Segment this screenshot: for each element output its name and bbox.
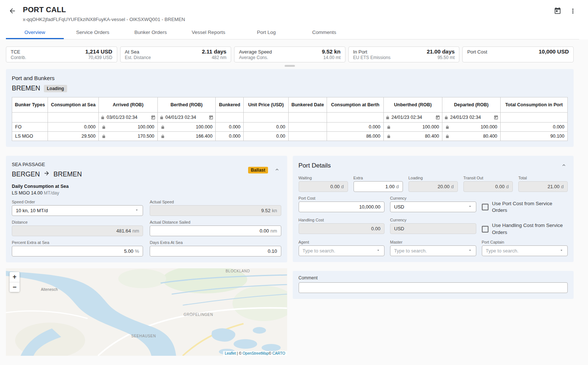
tab-bar: Overview Service Orders Bunker Orders Ve… <box>6 26 579 39</box>
master-combobox[interactable] <box>390 245 476 256</box>
use-handling-cost-checkbox[interactable] <box>482 226 488 233</box>
col-departed-rob: Departed (ROB) <box>442 97 501 113</box>
collapse-sea-passage-button[interactable] <box>273 166 281 174</box>
lock-icon[interactable] <box>445 134 449 138</box>
consumption-at-berth-value: 86.000 <box>327 132 383 141</box>
chevron-up-icon <box>274 167 280 173</box>
speed-order-select[interactable]: 10 kn, 10 MT/d <box>12 205 143 216</box>
lock-icon[interactable] <box>445 125 449 129</box>
right-column: Port Details Waiting 0.00 d <box>293 156 574 299</box>
days-extra-at-sea-input[interactable]: 0.10 <box>150 246 281 256</box>
map-label-blockland: BLOCKLAND <box>226 269 250 273</box>
distance-input: 481.64 nm <box>12 225 143 236</box>
agent-combobox[interactable] <box>299 245 385 256</box>
lock-icon[interactable] <box>102 125 106 129</box>
comment-input[interactable] <box>299 282 568 293</box>
carto-link[interactable]: CARTO <box>272 351 285 355</box>
page-subtitle: x-qqOHK2jfadFLFqUYUFEkziNX8FuyKA-vessel … <box>23 17 185 22</box>
col-arrived-rob: Arrived (ROB) <box>99 97 157 113</box>
col-consumption-at-berth: Consumption at Berth <box>327 97 383 113</box>
calendar-button[interactable] <box>551 5 564 18</box>
arrived-rob-value: 100.000 <box>138 124 154 130</box>
tab-bunker-orders[interactable]: Bunker Orders <box>122 26 180 39</box>
waiting-input: 0.00 d <box>299 181 348 192</box>
back-button[interactable] <box>6 5 18 18</box>
port-name: BREMEN <box>12 85 40 92</box>
kpi-sub-value: 482 nm <box>212 55 226 60</box>
date-picker-icon[interactable] <box>435 115 440 120</box>
lock-icon[interactable] <box>386 116 390 120</box>
lock-icon[interactable] <box>161 125 165 129</box>
unit-price-value: 0.00 <box>244 132 288 141</box>
more-menu-button[interactable] <box>567 5 579 18</box>
date-picker-icon[interactable] <box>151 115 156 120</box>
leaflet-link[interactable]: Leaflet <box>225 351 236 355</box>
kpi-collapse-handle[interactable] <box>285 65 295 67</box>
collapse-port-details-button[interactable] <box>560 162 568 170</box>
consumption-at-berth-value: 0.000 <box>327 123 383 132</box>
berthed-date-input[interactable]: 04/01/23 02:34 <box>160 115 214 120</box>
kpi-sub-value: 70,439 USD <box>88 55 112 60</box>
port-cost-input[interactable]: 10,000.00 <box>299 202 385 212</box>
voyage-type-badge: Ballast <box>248 167 268 173</box>
osm-link[interactable]: OpenStreetMap <box>243 351 269 355</box>
map-label-altenesch: Altenesch <box>41 287 58 292</box>
comment-label: Comment <box>299 275 568 280</box>
unberthed-rob-value: 80.400 <box>425 134 439 139</box>
left-column: SEA PASSAGE BERGEN BREMEN Ballast <box>6 156 287 356</box>
lock-icon[interactable] <box>387 134 391 138</box>
extra-input[interactable]: 1.00 d <box>354 181 403 192</box>
total-consumption-value: 0.000 <box>500 123 567 132</box>
date-picker-icon[interactable] <box>209 115 213 120</box>
zoom-out-button[interactable]: − <box>10 282 20 292</box>
handling-cost-input: 0.00 <box>299 223 385 234</box>
departed-rob-value: 100.000 <box>481 124 497 130</box>
app-header: PORT CALL x-qqOHK2jfadFLFqUYUFEkziNX8Fuy… <box>0 0 588 39</box>
unberthed-rob-value: 100.000 <box>422 124 439 130</box>
lock-icon[interactable] <box>102 134 106 138</box>
port-captain-search-input[interactable] <box>486 248 558 254</box>
lock-icon[interactable] <box>160 116 164 120</box>
kpi-sub-label: Contrib. <box>11 55 26 60</box>
kpi-card-average-speed: Average Speed 9.52 kn Average Cons. 14.0… <box>234 47 345 62</box>
total-input: 21.00 d <box>518 181 568 192</box>
unberthed-date-input[interactable]: 24/01/23 02:34 <box>386 115 440 120</box>
currency-label: Currency <box>390 218 476 222</box>
extra-label: Extra <box>354 176 403 180</box>
tab-service-orders[interactable]: Service Orders <box>64 26 122 39</box>
kpi-sub-label: EU ETS Emissions <box>353 55 390 60</box>
departed-date-input[interactable]: 24/01/23 02:34 <box>444 115 498 120</box>
main-content: TCE 1,214 USD Contrib. 70,439 USD At Sea… <box>0 39 588 356</box>
handling-cost-currency-select: USD <box>390 223 476 234</box>
agent-search-input[interactable] <box>303 248 375 254</box>
route-map[interactable]: BLOCKLAND Altenesch GRÖPELINGEN SEEHAUSE… <box>6 268 287 356</box>
tab-overview[interactable]: Overview <box>6 26 64 39</box>
master-search-input[interactable] <box>394 248 466 254</box>
lock-icon[interactable] <box>161 134 165 138</box>
tab-vessel-reports[interactable]: Vessel Reports <box>180 26 237 39</box>
tab-comments[interactable]: Comments <box>295 26 353 39</box>
kpi-card-in-port: In Port 21.00 days EU ETS Emissions 95.5… <box>348 47 460 62</box>
kpi-sub-value: 95.50 mt <box>438 55 455 60</box>
kpi-card-port-cost: Port Cost 10,000 USD <box>462 47 574 62</box>
distance-value: 481.64 <box>116 228 131 234</box>
agent-label: Agent <box>299 240 385 244</box>
port-cost-currency-select[interactable]: USD <box>390 202 476 212</box>
zoom-in-button[interactable]: + <box>10 272 20 282</box>
col-consumption-at-sea: Consumption at Sea <box>48 97 99 113</box>
kpi-card-tce: TCE 1,214 USD Contrib. 70,439 USD <box>6 47 117 62</box>
bunkered-value: 0.000 <box>216 132 244 141</box>
lock-icon[interactable] <box>101 116 105 120</box>
lock-icon[interactable] <box>444 116 448 120</box>
use-port-cost-checkbox[interactable] <box>482 204 488 210</box>
date-picker-icon[interactable] <box>494 115 498 120</box>
actual-distance-sailed-input[interactable]: 0.00 nm <box>150 225 281 236</box>
consumption-at-sea-value: 29.500 <box>48 132 99 141</box>
port-captain-combobox[interactable] <box>482 245 568 256</box>
tab-port-log[interactable]: Port Log <box>237 26 295 39</box>
comment-text-input[interactable] <box>303 285 564 290</box>
percent-extra-at-sea-input[interactable]: 5.00 % <box>12 246 143 256</box>
lock-icon[interactable] <box>387 125 391 129</box>
berthed-rob-value: 166.400 <box>196 134 212 139</box>
arrived-date-input[interactable]: 03/01/23 02:34 <box>101 115 155 120</box>
